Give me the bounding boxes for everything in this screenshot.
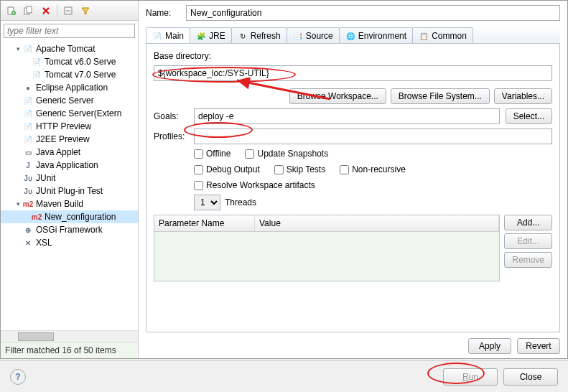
help-icon[interactable]: ? xyxy=(10,369,26,385)
offline-checkbox[interactable] xyxy=(194,149,203,159)
run-button[interactable]: RRunun xyxy=(443,368,498,386)
tree-item-j2ee-preview[interactable]: 📄J2EE Preview xyxy=(1,133,138,146)
tab-source[interactable]: 📑Source xyxy=(287,27,340,43)
goals-input[interactable] xyxy=(194,108,500,124)
filter-button[interactable] xyxy=(78,3,93,19)
tab-common[interactable]: 📋Common xyxy=(412,27,473,43)
param-name-header: Parameter Name xyxy=(154,215,255,231)
close-button[interactable]: Close xyxy=(503,368,558,386)
tree-item-osgi-framework[interactable]: ⊕OSGi Framework xyxy=(1,223,138,236)
tab-bar: 📄Main🧩JRE↻Refresh📑Source🌐Environment📋Com… xyxy=(146,25,560,44)
tree-item-junit-plug-in-test[interactable]: JᴜJUnit Plug-in Test xyxy=(1,185,138,197)
debug-output-checkbox[interactable] xyxy=(194,165,203,174)
horizontal-scrollbar[interactable] xyxy=(1,330,138,342)
add-param-button[interactable]: Add... xyxy=(504,215,552,230)
collapse-all-button[interactable] xyxy=(60,3,76,19)
tree-item-generic-server[interactable]: 📄Generic Server xyxy=(1,94,138,107)
left-toolbar xyxy=(1,1,138,21)
skip-label: Skip Tests xyxy=(287,164,325,174)
tree-item-maven-build[interactable]: ▾m2Maven Build xyxy=(1,197,138,210)
remove-param-button[interactable]: Remove xyxy=(504,252,552,268)
tree-item-junit[interactable]: JᴜJUnit xyxy=(1,172,138,185)
offline-label: Offline xyxy=(206,149,231,159)
parameters-table[interactable]: Parameter Name Value xyxy=(154,215,500,281)
base-dir-input[interactable] xyxy=(154,65,552,81)
tree-item-tomcat-v6-0-serve[interactable]: 📄Tomcat v6.0 Serve xyxy=(1,55,138,68)
threads-select[interactable]: 1 xyxy=(194,195,220,210)
tree-item-java-application[interactable]: JJava Application xyxy=(1,159,138,172)
profiles-input[interactable] xyxy=(194,129,552,144)
apply-button[interactable]: Apply xyxy=(468,338,511,354)
tree-item-new-configuration[interactable]: m2New_configuration xyxy=(1,210,138,223)
tab-jre[interactable]: 🧩JRE xyxy=(190,27,232,43)
edit-param-button[interactable]: Edit... xyxy=(504,233,552,249)
tab-refresh[interactable]: ↻Refresh xyxy=(231,27,287,43)
update-snapshots-checkbox[interactable] xyxy=(245,149,254,159)
skip-tests-checkbox[interactable] xyxy=(274,165,284,174)
tree-item-java-applet[interactable]: ▭Java Applet xyxy=(1,146,138,159)
browse-filesystem-button[interactable]: Browse File System... xyxy=(391,88,490,104)
revert-button[interactable]: Revert xyxy=(517,338,560,354)
resolve-workspace-checkbox[interactable] xyxy=(194,181,203,190)
name-label: Name: xyxy=(146,8,180,18)
main-tab-body: Base directory: Browse Workspace... Brow… xyxy=(146,44,560,332)
dialog-footer: ? RRunun Close xyxy=(0,360,568,392)
filter-input[interactable] xyxy=(4,24,135,38)
tree-item-generic-server-extern[interactable]: 📄Generic Server(Extern xyxy=(1,107,138,120)
tree-item-eclipse-application[interactable]: ●Eclipse Application xyxy=(1,81,138,94)
browse-workspace-button[interactable]: Browse Workspace... xyxy=(289,88,386,104)
config-tree[interactable]: ▾📄Apache Tomcat📄Tomcat v6.0 Serve📄Tomcat… xyxy=(1,41,138,330)
delete-button[interactable] xyxy=(38,3,54,19)
param-value-header: Value xyxy=(255,215,499,231)
left-panel: ▾📄Apache Tomcat📄Tomcat v6.0 Serve📄Tomcat… xyxy=(1,1,139,358)
debug-label: Debug Output xyxy=(206,164,260,174)
filter-status: Filter matched 16 of 50 items xyxy=(1,342,138,358)
non-recursive-checkbox[interactable] xyxy=(340,165,349,174)
new-config-button[interactable] xyxy=(4,3,19,19)
tab-environment[interactable]: 🌐Environment xyxy=(339,27,413,43)
svg-rect-3 xyxy=(27,6,32,13)
nonrec-label: Non-recursive xyxy=(352,164,406,174)
tree-item-http-preview[interactable]: 📄HTTP Preview xyxy=(1,120,138,133)
tab-main[interactable]: 📄Main xyxy=(146,27,190,43)
tree-item-tomcat-v7-0-serve[interactable]: 📄Tomcat v7.0 Serve xyxy=(1,68,138,81)
variables-button[interactable]: Variables... xyxy=(494,88,552,104)
duplicate-button[interactable] xyxy=(21,3,37,19)
tree-item-apache-tomcat[interactable]: ▾📄Apache Tomcat xyxy=(1,42,138,55)
goals-label: Goals: xyxy=(154,111,188,121)
profiles-label: Profiles: xyxy=(154,131,188,141)
resolve-label: Resolve Workspace artifacts xyxy=(206,180,315,190)
threads-label: Threads xyxy=(225,197,256,207)
select-goals-button[interactable]: Select... xyxy=(506,108,552,124)
base-dir-label: Base directory: xyxy=(154,51,552,61)
tree-item-xsl[interactable]: ✕XSL xyxy=(1,236,138,249)
right-panel: Name: 📄Main🧩JRE↻Refresh📑Source🌐Environme… xyxy=(139,1,567,358)
name-input[interactable] xyxy=(186,5,560,21)
update-label: Update Snapshots xyxy=(257,149,328,159)
